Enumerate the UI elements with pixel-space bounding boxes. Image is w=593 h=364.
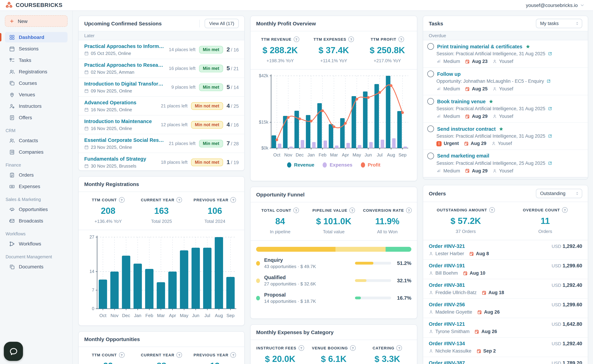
view-all-button[interactable]: View All (17)	[205, 19, 239, 28]
sidebar-item-offers[interactable]: Offers	[5, 112, 67, 123]
sidebar-item-tasks[interactable]: Tasks	[5, 55, 67, 65]
enrollment-count: 4/ 16	[227, 121, 239, 128]
task-title-link[interactable]: Send instructor contract	[437, 126, 496, 132]
session-title-link[interactable]: Introduction to Maintenance	[84, 118, 152, 124]
task-row: Follow up Opportunity: Johnathan McLaugh…	[423, 68, 588, 95]
external-link-icon[interactable]	[548, 106, 552, 111]
sidebar-item-opportunities[interactable]: Opportunities	[5, 204, 67, 214]
sidebar-item-workflows[interactable]: Workflows	[5, 239, 67, 249]
legend-item-revenue[interactable]: Revenue	[287, 162, 314, 168]
help-icon[interactable]: ?	[406, 208, 412, 213]
session-title-link[interactable]: Essential Corporate Social Responsibili…	[84, 137, 165, 143]
sidebar-item-label: Contacts	[19, 138, 38, 143]
sidebar: New DashboardSessionsTasksRegistrationsC…	[0, 11, 73, 364]
stat-block: CURRENT YEAR? 88	[135, 352, 188, 364]
legend-label: Profit	[368, 162, 380, 168]
calendar-icon	[84, 163, 89, 168]
chat-button[interactable]	[4, 342, 23, 361]
help-icon[interactable]: ?	[562, 207, 568, 213]
help-icon[interactable]: ?	[349, 208, 355, 213]
session-title-link[interactable]: Advanced Operations	[84, 100, 136, 105]
external-link-icon[interactable]	[548, 52, 552, 56]
task-checkbox[interactable]	[427, 43, 434, 50]
stat-label: TOTAL COUNT	[261, 208, 291, 212]
task-checkbox[interactable]	[427, 125, 434, 132]
help-icon[interactable]: ?	[119, 197, 124, 203]
order-id-link[interactable]: Order #INV-134	[429, 341, 465, 346]
task-title-link[interactable]: Follow up	[437, 71, 460, 77]
stat-value: 106	[188, 206, 241, 216]
session-title-link[interactable]: Practical Approaches to Information T…	[84, 43, 165, 49]
places-left: 9 places left	[171, 84, 196, 90]
sidebar-item-courses[interactable]: Courses	[5, 78, 67, 88]
assignee: Yousef	[493, 114, 513, 119]
star-icon[interactable]	[499, 126, 504, 131]
order-id-link[interactable]: Order #INV-191	[429, 263, 465, 268]
task-title-link[interactable]: Send marketing email	[437, 153, 489, 159]
sidebar-item-companies[interactable]: Companies	[5, 147, 67, 157]
help-icon[interactable]: ?	[293, 37, 299, 42]
help-icon[interactable]: ?	[176, 197, 182, 203]
order-id-link[interactable]: Order #INV-121	[429, 321, 465, 327]
sidebar-item-venues[interactable]: Venues	[5, 89, 67, 100]
star-icon[interactable]	[489, 99, 494, 104]
help-icon[interactable]: ?	[119, 352, 124, 358]
legend-item-profit[interactable]: Profit	[361, 162, 380, 168]
order-id-link[interactable]: Order #INV-321	[429, 243, 465, 249]
person-icon	[429, 329, 433, 334]
help-icon[interactable]: ?	[293, 208, 299, 213]
svg-text:Nov: Nov	[284, 152, 292, 157]
task-checkbox[interactable]	[427, 71, 434, 77]
stage-dot	[256, 261, 260, 266]
task-title-link[interactable]: Book training venue	[437, 98, 486, 104]
sidebar-item-expenses[interactable]: Expenses	[5, 181, 67, 192]
external-link-icon[interactable]	[548, 161, 552, 165]
session-title-link[interactable]: Fundamentals of Strategy	[84, 156, 146, 162]
sidebar-item-dashboard[interactable]: Dashboard	[5, 32, 67, 42]
help-icon[interactable]: ?	[489, 207, 495, 213]
tasks-filter-select[interactable]: My tasks	[536, 19, 582, 28]
help-icon[interactable]: ?	[231, 352, 236, 358]
session-title-link[interactable]: Practical Approaches to Research and …	[84, 62, 165, 68]
task-title-link[interactable]: Print training material & certificates	[437, 44, 522, 49]
stage-summary: 27 opportunities · $ 32.6K	[264, 281, 351, 286]
external-link-icon[interactable]	[548, 134, 552, 138]
help-icon[interactable]: ?	[176, 352, 182, 358]
help-icon[interactable]: ?	[350, 345, 356, 351]
star-icon[interactable]	[526, 44, 530, 49]
sidebar-item-registrations[interactable]: Registrations	[5, 66, 67, 77]
stat-label: TTM REVENUE	[261, 37, 292, 41]
chat-bubble-icon	[9, 347, 18, 356]
help-icon[interactable]: ?	[231, 197, 236, 203]
svg-text:Oct: Oct	[273, 152, 280, 157]
task-checkbox[interactable]	[427, 152, 434, 159]
sidebar-item-documents[interactable]: Documents	[5, 261, 67, 272]
order-id-link[interactable]: Order #INV-387	[429, 360, 465, 364]
session-title-link[interactable]: Introduction to Digital Transformation	[84, 81, 165, 86]
sidebar-item-broadcasts[interactable]: Broadcasts	[5, 215, 67, 226]
orders-filter-select[interactable]: Outstanding	[536, 189, 582, 198]
order-id-link[interactable]: Order #INV-381	[429, 282, 465, 288]
sidebar-item-instructors[interactable]: Instructors	[5, 101, 67, 111]
help-icon[interactable]: ?	[399, 37, 404, 42]
help-icon[interactable]: ?	[397, 345, 402, 351]
new-button[interactable]: New	[5, 15, 67, 27]
account-menu[interactable]: yousef@coursebricks.io	[526, 2, 585, 8]
sidebar-item-sessions[interactable]: Sessions	[5, 44, 67, 54]
stage-dot	[256, 296, 260, 300]
sidebar-item-orders[interactable]: Orders	[5, 170, 67, 180]
session-date: 05 Oct 2025, Online	[91, 51, 131, 56]
order-id-link[interactable]: Order #INV-256	[429, 302, 465, 307]
calendar-icon	[84, 70, 89, 74]
external-link-icon[interactable]	[546, 79, 551, 84]
help-icon[interactable]: ?	[348, 37, 354, 42]
svg-text:$42k: $42k	[259, 73, 268, 78]
legend-item-expenses[interactable]: Expenses	[323, 162, 352, 168]
help-icon[interactable]: ?	[298, 345, 304, 351]
task-checkbox[interactable]	[427, 98, 434, 105]
sidebar-item-contacts[interactable]: Contacts	[5, 135, 67, 146]
assignee: Yousef	[493, 86, 513, 91]
stat-block: TTM COUNT? 208 +136.4% YoY	[81, 197, 135, 224]
places-left: 21 places left	[161, 103, 187, 109]
tasks-list: Print training material & certificates S…	[423, 40, 588, 177]
